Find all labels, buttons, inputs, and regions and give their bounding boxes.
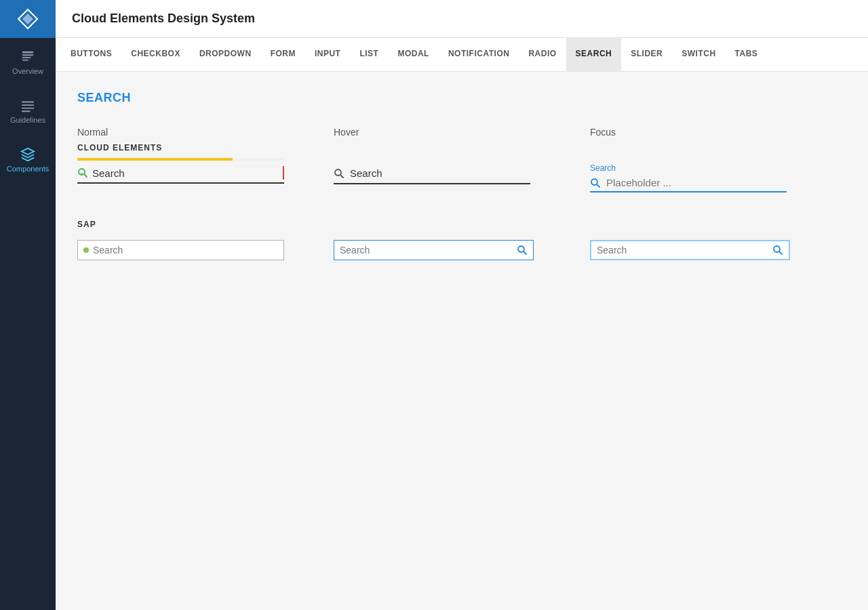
- ce-focus-cell: Search: [590, 163, 846, 192]
- svg-rect-7: [22, 104, 34, 106]
- sap-search-normal: [77, 240, 284, 260]
- svg-rect-3: [22, 54, 34, 56]
- svg-line-11: [85, 175, 87, 178]
- ce-normal-input[interactable]: [92, 167, 283, 179]
- svg-line-14: [341, 175, 344, 178]
- svg-point-17: [518, 246, 524, 252]
- tab-tabs[interactable]: TABS: [726, 38, 768, 72]
- book-icon: [20, 49, 35, 64]
- page-title: SEARCH: [77, 91, 846, 105]
- tab-dropdown[interactable]: DROPDOWN: [190, 38, 261, 72]
- svg-rect-5: [22, 60, 28, 61]
- tab-input[interactable]: INPUT: [305, 38, 351, 72]
- sap-normal-cell: [77, 240, 334, 260]
- ce-normal-input-wrap: [77, 163, 284, 184]
- ce-focus-input-wrap: [590, 174, 787, 192]
- sap-search-hover: [334, 240, 534, 260]
- progress-bar: [77, 158, 284, 161]
- tab-switch[interactable]: SWITCH: [672, 38, 725, 72]
- sap-status-dot: [83, 247, 89, 253]
- ce-hover-input[interactable]: [350, 167, 530, 179]
- sap-focus-input[interactable]: [597, 245, 770, 256]
- sidebar-item-guidelines[interactable]: Guidelines: [0, 87, 56, 136]
- sap-normal-input[interactable]: [93, 245, 278, 256]
- ce-hover-cell: [334, 163, 590, 192]
- svg-point-12: [81, 173, 83, 175]
- tab-notification[interactable]: NOTIFICATION: [439, 38, 519, 72]
- sap-hover-input[interactable]: [340, 245, 514, 256]
- svg-point-19: [774, 246, 780, 252]
- tab-checkbox[interactable]: CHECKBOX: [121, 38, 190, 72]
- sidebar-item-components[interactable]: Components: [0, 136, 56, 184]
- tab-nav: BUTTONS CHECKBOX DROPDOWN FORM INPUT LIS…: [56, 38, 868, 72]
- state-labels-row: Normal Hover Focus: [77, 127, 846, 138]
- app-title: Cloud Elements Design System: [72, 12, 255, 26]
- tab-modal[interactable]: MODAL: [388, 38, 439, 72]
- search-icon-ce-normal: [77, 167, 88, 178]
- sap-focus-cell: [590, 240, 846, 260]
- tab-radio[interactable]: RADIO: [519, 38, 566, 72]
- ce-search-focus: Search: [590, 163, 787, 192]
- ce-normal-cell: [77, 163, 334, 192]
- state-label-focus: Focus: [590, 127, 846, 138]
- svg-rect-2: [22, 52, 34, 54]
- state-label-hover: Hover: [334, 127, 590, 138]
- sap-search-focus: [590, 240, 790, 260]
- svg-rect-4: [22, 57, 31, 58]
- ce-focus-label: Search: [590, 163, 787, 173]
- diamond-icon: [17, 8, 39, 30]
- svg-line-16: [597, 184, 600, 187]
- app-logo: [0, 0, 56, 38]
- sap-search-row: [77, 240, 846, 260]
- progress-fill: [77, 158, 233, 161]
- search-icon-sap-focus: [772, 245, 783, 256]
- svg-point-13: [335, 169, 341, 176]
- main-content: SEARCH Normal Hover Focus CLOUD ELEMENTS: [56, 72, 868, 610]
- svg-rect-8: [22, 108, 34, 109]
- svg-marker-1: [22, 14, 33, 24]
- ce-focus-input[interactable]: [606, 177, 787, 188]
- sap-hover-cell: [334, 240, 590, 260]
- svg-rect-6: [22, 102, 34, 103]
- svg-line-18: [524, 252, 527, 255]
- svg-line-20: [780, 252, 783, 255]
- section-label-ce: CLOUD ELEMENTS: [77, 143, 846, 152]
- tab-buttons[interactable]: BUTTONS: [61, 38, 121, 72]
- ce-search-normal: [77, 163, 284, 184]
- tab-list[interactable]: LIST: [350, 38, 388, 72]
- topbar: Cloud Elements Design System: [56, 0, 868, 38]
- tab-form[interactable]: FORM: [261, 38, 305, 72]
- svg-point-15: [591, 179, 597, 185]
- tab-search[interactable]: SEARCH: [566, 38, 622, 72]
- search-icon-sap-hover: [517, 245, 528, 256]
- search-icon-ce-focus: [590, 178, 601, 188]
- ce-search-hover: [334, 163, 530, 184]
- sidebar-item-overview[interactable]: Overview: [0, 38, 56, 87]
- state-label-normal: Normal: [77, 127, 334, 138]
- tab-slider[interactable]: SLIDER: [621, 38, 672, 72]
- section-label-sap: SAP: [77, 220, 846, 229]
- list-icon: [20, 98, 35, 113]
- text-cursor: [283, 166, 284, 180]
- cube-icon: [20, 147, 35, 162]
- ce-search-row: Search: [77, 163, 846, 192]
- sidebar: Overview Guidelines Components: [0, 0, 56, 610]
- svg-rect-9: [22, 110, 31, 112]
- search-icon-ce-hover: [334, 168, 344, 179]
